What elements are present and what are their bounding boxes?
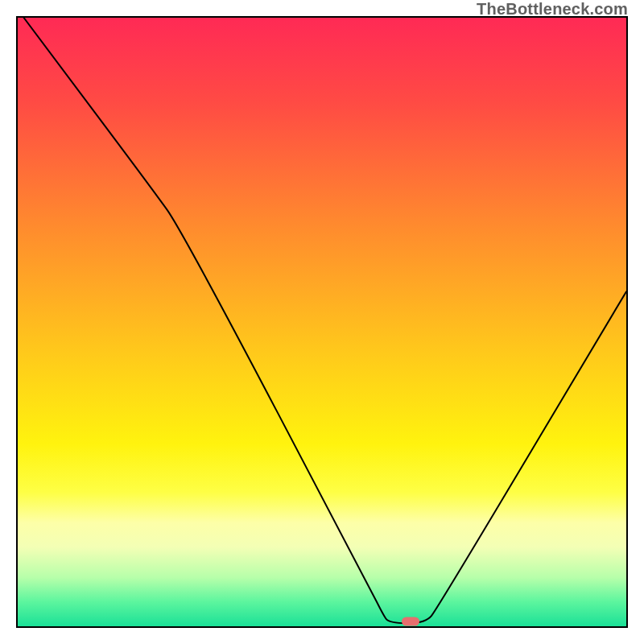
bottleneck-chart: TheBottleneck.com	[0, 0, 644, 644]
optimal-marker	[402, 617, 419, 625]
plot-area	[16, 16, 628, 628]
svg-rect-0	[18, 18, 626, 626]
gradient-background	[18, 18, 626, 626]
